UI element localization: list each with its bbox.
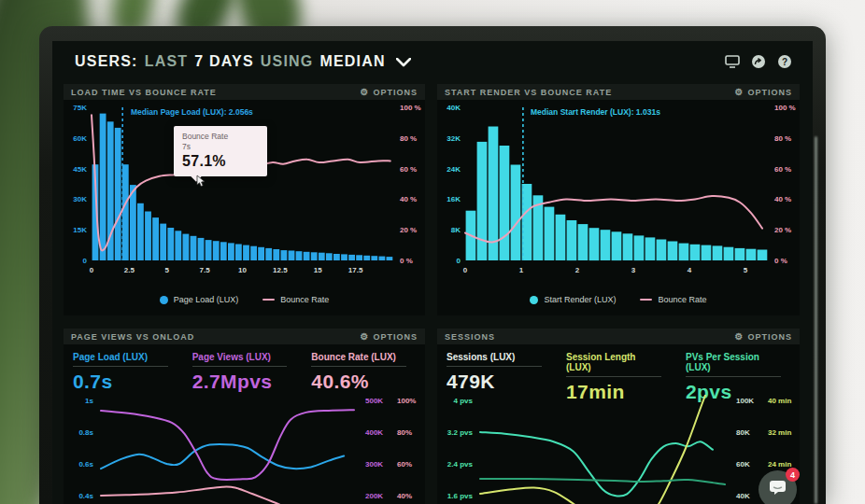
svg-text:40%: 40% bbox=[397, 492, 412, 500]
svg-text:0: 0 bbox=[83, 257, 88, 265]
display-icon[interactable] bbox=[724, 54, 740, 70]
svg-text:40 %: 40 % bbox=[400, 195, 417, 203]
svg-text:80%: 80% bbox=[397, 428, 412, 437]
svg-text:5: 5 bbox=[165, 266, 170, 274]
panel-load-time-vs-bounce-rate: LOAD TIME VS BOUNCE RATE ⚙ OPTIONS 75K60… bbox=[64, 84, 425, 315]
svg-text:1: 1 bbox=[519, 266, 524, 274]
svg-text:2.4 pvs: 2.4 pvs bbox=[447, 460, 474, 469]
chat-widget-button[interactable]: 4 bbox=[759, 470, 797, 504]
svg-text:32K: 32K bbox=[447, 134, 461, 143]
legend-item: Page Load (LUX) bbox=[160, 295, 239, 304]
options-label: OPTIONS bbox=[747, 88, 792, 97]
title-segment: 7 DAYS bbox=[194, 53, 254, 70]
svg-text:75K: 75K bbox=[73, 104, 87, 112]
svg-text:200K: 200K bbox=[365, 492, 383, 500]
metric-value: 479K bbox=[447, 371, 551, 393]
svg-text:2: 2 bbox=[575, 266, 580, 274]
sessions-chart[interactable]: 4 pvs3.2 pvs2.4 pvs1.6 pvs100K80K60K40K4… bbox=[437, 395, 800, 504]
svg-text:10: 10 bbox=[238, 266, 247, 274]
chart-legend: Start Render (LUX) Bounce Rate bbox=[437, 287, 800, 313]
svg-text:17.5: 17.5 bbox=[348, 266, 363, 274]
svg-text:45K: 45K bbox=[73, 165, 87, 174]
bounce-rate-tooltip: Bounce Rate 7s 57.1% bbox=[174, 126, 267, 176]
metric-row: Page Load (LUX) 0.7s Page Views (LUX) 2.… bbox=[64, 344, 425, 387]
svg-text:3: 3 bbox=[631, 266, 636, 274]
series-line-icon bbox=[262, 299, 275, 301]
title-segment: LAST bbox=[145, 53, 189, 70]
svg-text:24K: 24K bbox=[447, 165, 461, 174]
svg-text:40 min: 40 min bbox=[768, 397, 791, 405]
title-segment: USING bbox=[261, 53, 314, 70]
legend-label: Start Render (LUX) bbox=[544, 295, 616, 304]
svg-text:60K: 60K bbox=[73, 134, 87, 143]
svg-text:40 %: 40 % bbox=[774, 195, 791, 203]
svg-text:15: 15 bbox=[314, 266, 322, 274]
chart-legend: Page Load (LUX) Bounce Rate bbox=[64, 287, 425, 313]
bezel-reflection bbox=[815, 136, 817, 504]
chevron-down-icon bbox=[396, 54, 411, 71]
svg-text:100 %: 100 % bbox=[774, 104, 796, 112]
svg-text:3.2 pvs: 3.2 pvs bbox=[447, 428, 474, 437]
svg-text:40K: 40K bbox=[447, 104, 461, 112]
options-label: OPTIONS bbox=[373, 88, 418, 97]
legend-label: Page Load (LUX) bbox=[174, 295, 239, 304]
svg-text:60K: 60K bbox=[736, 460, 750, 469]
options-button[interactable]: ⚙ OPTIONS bbox=[361, 88, 418, 97]
series-dot-icon bbox=[530, 296, 538, 304]
svg-text:80K: 80K bbox=[736, 428, 750, 437]
metric-row: Sessions (LUX) 479K Session Length (LUX)… bbox=[437, 344, 800, 387]
dashboard-topbar: USERS: LAST 7 DAYS USING MEDIAN ? bbox=[52, 41, 813, 82]
gear-icon: ⚙ bbox=[735, 88, 744, 97]
svg-text:60 %: 60 % bbox=[774, 165, 791, 174]
svg-text:500K: 500K bbox=[365, 397, 383, 405]
sessions-chart-svg: 4 pvs3.2 pvs2.4 pvs1.6 pvs100K80K60K40K4… bbox=[437, 395, 800, 504]
panel-start-render-vs-bounce-rate: START RENDER VS BOUNCE RATE ⚙ OPTIONS 40… bbox=[437, 84, 800, 315]
svg-text:100 %: 100 % bbox=[400, 104, 421, 112]
svg-text:0: 0 bbox=[457, 257, 461, 265]
svg-text:60%: 60% bbox=[397, 460, 412, 469]
start-render-chart[interactable]: 40K32K24K16K8K0100 %80 %60 %40 %20 %0 %0… bbox=[437, 100, 800, 287]
legend-label: Bounce Rate bbox=[280, 295, 329, 304]
options-button[interactable]: ⚙ OPTIONS bbox=[735, 88, 792, 97]
svg-text:60 %: 60 % bbox=[400, 165, 417, 174]
svg-text:0.4s: 0.4s bbox=[78, 492, 93, 500]
svg-text:0.6s: 0.6s bbox=[78, 460, 93, 469]
help-icon[interactable]: ? bbox=[776, 54, 792, 70]
metric-label: Page Views (LUX) bbox=[192, 352, 288, 367]
tooltip-sub: 7s bbox=[182, 142, 259, 151]
legend-label: Bounce Rate bbox=[658, 295, 706, 304]
chat-unread-badge: 4 bbox=[786, 468, 800, 482]
page-views-onload-chart[interactable]: 1s0.8s0.6s0.4s500K400K300K200K100%80%60%… bbox=[64, 395, 425, 504]
users-range-dropdown[interactable]: USERS: LAST 7 DAYS USING MEDIAN bbox=[75, 52, 411, 71]
svg-text:4: 4 bbox=[688, 266, 692, 274]
svg-text:20 %: 20 % bbox=[400, 226, 417, 234]
legend-item: Start Render (LUX) bbox=[530, 295, 616, 304]
metric-value: 0.7s bbox=[73, 371, 177, 393]
options-button[interactable]: ⚙ OPTIONS bbox=[361, 332, 418, 342]
median-annotation: Median Page Load (LUX): 2.056s bbox=[131, 107, 253, 117]
svg-text:15K: 15K bbox=[73, 226, 87, 234]
metric-page-load: Page Load (LUX) 0.7s bbox=[73, 352, 177, 393]
legend-item: Bounce Rate bbox=[262, 295, 329, 304]
title-segment: USERS: bbox=[75, 53, 138, 70]
panel-title: SESSIONS bbox=[445, 332, 495, 342]
share-icon[interactable] bbox=[750, 54, 766, 70]
gear-icon: ⚙ bbox=[735, 332, 744, 342]
svg-text:7.5: 7.5 bbox=[200, 266, 211, 274]
topbar-actions: ? bbox=[724, 54, 792, 70]
svg-text:0.8s: 0.8s bbox=[78, 428, 93, 437]
svg-text:80 %: 80 % bbox=[774, 134, 791, 143]
svg-text:4 pvs: 4 pvs bbox=[454, 397, 474, 405]
svg-text:1s: 1s bbox=[85, 397, 93, 405]
gear-icon: ⚙ bbox=[361, 332, 370, 342]
panel-title: LOAD TIME VS BOUNCE RATE bbox=[71, 88, 217, 97]
metric-label: Sessions (LUX) bbox=[447, 352, 542, 367]
metric-page-views: Page Views (LUX) 2.7Mpvs bbox=[192, 352, 297, 393]
svg-text:0 %: 0 % bbox=[400, 257, 413, 265]
laptop: USERS: LAST 7 DAYS USING MEDIAN ? bbox=[39, 26, 826, 504]
options-button[interactable]: ⚙ OPTIONS bbox=[735, 332, 792, 342]
svg-text:300K: 300K bbox=[365, 460, 383, 469]
load-time-chart[interactable]: 75K60K45K30K15K0100 %80 %60 %40 %20 %0 %… bbox=[64, 100, 425, 287]
svg-text:24 min: 24 min bbox=[768, 460, 791, 469]
metric-label: Session Length (LUX) bbox=[566, 352, 661, 377]
